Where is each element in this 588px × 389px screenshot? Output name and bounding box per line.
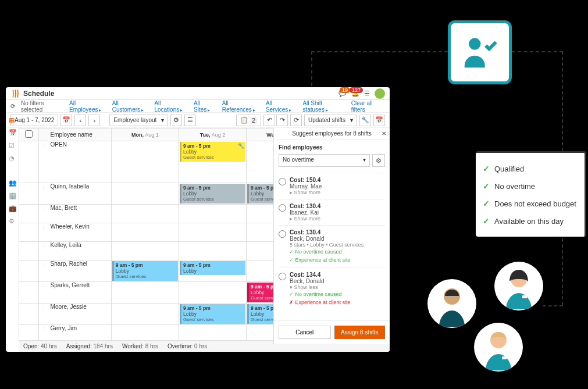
drag-handle[interactable]: ⋮ xyxy=(41,262,47,268)
select-all-checkbox[interactable] xyxy=(25,130,33,138)
cancel-button[interactable]: Cancel xyxy=(279,326,331,339)
show-more-toggle[interactable]: Show more xyxy=(290,190,385,195)
svg-rect-5 xyxy=(502,356,507,359)
calendar2-button[interactable]: 📅 xyxy=(373,115,385,126)
assign-shifts-button[interactable]: Assign 8 shifts xyxy=(334,326,386,339)
nav-gear-icon[interactable]: ⚙ xyxy=(9,217,17,226)
employee-cell[interactable]: ⋮Sparks, Gerrett xyxy=(38,281,111,303)
person-check-icon xyxy=(459,32,500,73)
nav-calendar-icon[interactable]: 📅 xyxy=(9,129,17,137)
overtime-filter-select[interactable]: No overtime xyxy=(279,154,370,167)
candidate-item: Cost: 130.4Ibanez, KaiShow more xyxy=(279,199,385,225)
employee-cell[interactable]: ⋮Kelley, Leila xyxy=(38,241,111,260)
shift-block[interactable]: 9 am - 5 pmLobbyGuest services xyxy=(112,261,178,281)
notification-bell-icon[interactable]: 🔔127 xyxy=(351,90,359,97)
filter-statuses[interactable]: All Shift statuses xyxy=(302,100,345,113)
candidate-radio[interactable] xyxy=(279,178,286,185)
filter-services[interactable]: All Services xyxy=(266,100,297,113)
candidate-item: Cost: 150.4Murray, MaeShow more xyxy=(279,173,385,199)
nav-briefcase-icon[interactable]: 💼 xyxy=(9,205,17,213)
employee-cell[interactable]: ⋮Quinn, Isabella xyxy=(38,183,111,204)
day-cell[interactable]: 9 am - 5 pmLobby xyxy=(179,260,246,281)
nav-grid-icon[interactable]: ▦ xyxy=(9,116,17,124)
drag-handle[interactable]: ⋮ xyxy=(41,327,47,333)
day-cell[interactable]: 9 am - 5 pmLobbyGuest services🔧 xyxy=(179,141,246,183)
shift-block[interactable]: 9 am - 5 pmLobbyGuest services🔧 xyxy=(180,142,245,162)
drag-handle[interactable]: ⋮ xyxy=(41,143,47,149)
show-more-toggle[interactable]: Show more xyxy=(290,216,385,222)
avatar-employee-1 xyxy=(427,279,476,328)
refresh-button[interactable]: ⟳ xyxy=(290,115,302,126)
logo-icon xyxy=(10,89,20,98)
employee-cell[interactable]: ⋮Mac, Brett xyxy=(38,204,111,223)
employee-cell[interactable]: ⋮Sharp, Rachel xyxy=(38,260,111,281)
sidebar-nav: ▦ 📅 ☑ ◔ 👥 🏢 💼 ⚙ xyxy=(7,113,19,226)
employee-name: Mac, Brett xyxy=(51,205,77,211)
drag-handle[interactable]: ⋮ xyxy=(41,284,47,290)
candidate-radio[interactable] xyxy=(279,230,286,238)
day-cell[interactable] xyxy=(111,204,179,223)
day-cell[interactable] xyxy=(111,241,179,260)
drag-handle[interactable]: ⋮ xyxy=(41,185,47,191)
redo-button[interactable]: ↷ xyxy=(276,115,288,126)
filter-references[interactable]: All References xyxy=(222,100,260,113)
filter-customers[interactable]: All Customers xyxy=(112,100,149,113)
day-cell[interactable] xyxy=(111,303,179,324)
prev-week-button[interactable]: ‹ xyxy=(74,115,86,126)
drag-handle[interactable]: ⋮ xyxy=(41,206,47,212)
candidate-radio[interactable] xyxy=(279,273,286,280)
nav-org-icon[interactable]: 🏢 xyxy=(9,192,17,200)
clear-filters-link[interactable]: Clear all filters xyxy=(351,100,385,113)
day-cell[interactable] xyxy=(179,204,246,223)
day-cell[interactable]: 9 am - 5 pmLobbyGuest services xyxy=(111,260,179,281)
criteria-line: Experience at client site xyxy=(279,298,385,306)
shift-block[interactable]: 9 am - 5 pmLobbyGuest services xyxy=(180,184,245,204)
day-cell[interactable] xyxy=(111,281,179,303)
avatar-employee-3 xyxy=(474,323,523,372)
day-cell[interactable] xyxy=(111,183,179,204)
app-header: Schedule 💬19 🔔127 ☰ xyxy=(6,87,390,100)
day-cell[interactable] xyxy=(179,241,246,260)
wrench-button[interactable]: 🔧 xyxy=(359,115,371,126)
day-cell[interactable] xyxy=(111,141,179,183)
day-cell[interactable] xyxy=(179,223,246,241)
avatar-employee-2 xyxy=(494,262,543,311)
close-panel-button[interactable]: ✕ xyxy=(382,130,386,137)
day-cell[interactable] xyxy=(179,281,246,303)
employee-cell[interactable]: ⋮Moore, Jessie xyxy=(38,303,111,324)
candidate-cost: Cost: 134.4 xyxy=(290,272,385,278)
employee-name: Gerry, Jim xyxy=(51,325,77,331)
employee-cell[interactable]: ⋮OPEN xyxy=(38,141,111,183)
user-avatar[interactable] xyxy=(375,88,385,99)
filter-settings-button[interactable]: ⚙ xyxy=(372,154,385,167)
employee-name: OPEN xyxy=(51,141,67,148)
sync-icon[interactable]: ⟳ xyxy=(10,103,15,109)
drag-handle[interactable]: ⋮ xyxy=(41,305,47,311)
filter-sites[interactable]: All Sites xyxy=(194,100,216,113)
settings-button[interactable]: ⚙ xyxy=(170,115,182,126)
next-week-button[interactable]: › xyxy=(88,115,100,126)
nav-check-icon[interactable]: ☑ xyxy=(9,142,17,150)
candidate-radio[interactable] xyxy=(279,204,286,212)
updated-shifts-select[interactable]: Updated shifts xyxy=(304,115,357,126)
chat-icon[interactable]: 💬19 xyxy=(338,90,347,97)
drag-handle[interactable]: ⋮ xyxy=(41,244,47,249)
menu-lines-icon[interactable]: ☰ xyxy=(364,90,370,97)
shift-block[interactable]: 9 am - 5 pmLobby xyxy=(180,261,245,275)
show-more-toggle[interactable]: Show less xyxy=(290,284,385,290)
layout-select[interactable]: Employee layout xyxy=(109,115,168,126)
day-cell[interactable]: 9 am - 5 pmLobbyGuest services xyxy=(179,303,246,324)
calendar-button[interactable]: 📅 xyxy=(60,115,72,126)
list-view-button[interactable]: ☰ xyxy=(184,115,196,126)
undo-button[interactable]: ↶ xyxy=(263,115,275,126)
day-cell[interactable] xyxy=(111,223,179,241)
nav-pie-icon[interactable]: ◔ xyxy=(9,155,17,163)
filter-employees[interactable]: All Employees xyxy=(69,100,106,113)
clipboard-button[interactable]: 📋 2 xyxy=(236,115,261,126)
nav-people-icon[interactable]: 👥 xyxy=(9,179,17,187)
employee-cell[interactable]: ⋮Wheeler, Kevin xyxy=(38,223,111,241)
filter-locations[interactable]: All Locations xyxy=(154,100,188,113)
drag-handle[interactable]: ⋮ xyxy=(41,225,47,231)
day-cell[interactable]: 9 am - 5 pmLobbyGuest services xyxy=(179,183,246,204)
shift-block[interactable]: 9 am - 5 pmLobbyGuest services xyxy=(180,304,245,324)
